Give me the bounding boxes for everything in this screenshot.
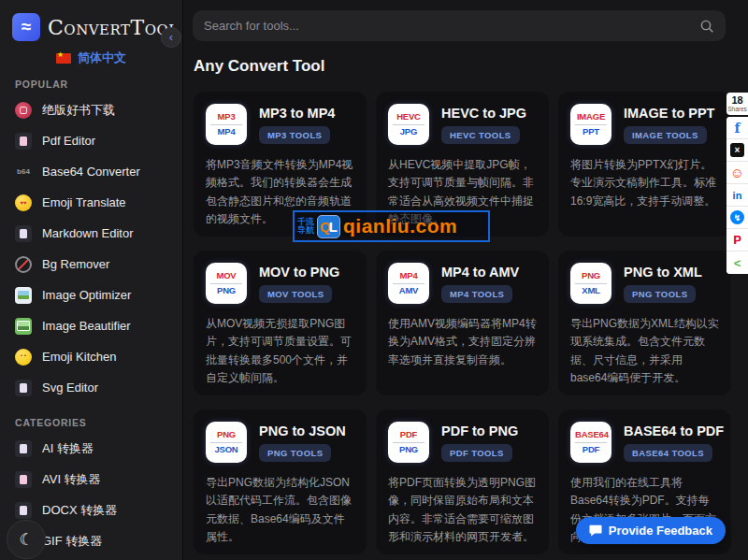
format-from-label: PDF — [393, 428, 424, 442]
search-icon[interactable] — [699, 19, 714, 34]
page-title: Any Convert Tool — [194, 57, 324, 76]
share-button[interactable]: in — [726, 184, 748, 207]
tool-description: 使用AMV视频编码器将MP4转换为AMV格式，支持固定分辨率选项并直接复制音频。 — [388, 315, 537, 369]
sidebar-item[interactable]: Bg Remover — [0, 249, 182, 280]
format-from-label: MP4 — [393, 269, 424, 283]
tool-description: 将PDF页面转换为透明PNG图像，同时保留原始布局和文本内容。非常适合需要可缩放… — [388, 474, 537, 547]
tool-card[interactable]: MOV PNG MOV to PNG MOV TOOLS 从MOV视频无损提取P… — [194, 251, 367, 395]
share-network-icon: × — [730, 143, 744, 157]
sidebar-item-icon — [15, 380, 32, 396]
tool-category-badge[interactable]: MOV TOOLS — [259, 285, 332, 303]
sidebar-item-icon — [15, 440, 32, 457]
sidebar-item-label: Image Beautifier — [42, 319, 131, 333]
sidebar-item[interactable]: Markdown Editor — [0, 218, 182, 249]
sidebar-item-label: Bg Remover — [42, 257, 109, 271]
sidebar-item-label: AI 转换器 — [42, 440, 94, 457]
sidebar-item[interactable]: 绝版好书下载 — [0, 94, 182, 125]
brand-logo[interactable]: ≈ ConvertTool — [0, 0, 182, 41]
brand-name: ConvertTool — [48, 16, 179, 39]
sidebar-item-label: AVI 转换器 — [42, 471, 101, 488]
sidebar-item-icon — [15, 133, 32, 150]
format-from-label: MP3 — [210, 110, 242, 124]
sidebar-item[interactable]: AVI 转换器 — [0, 464, 182, 495]
share-button[interactable]: f — [726, 117, 748, 139]
tool-category-badge[interactable]: PNG TOOLS — [624, 285, 696, 303]
sidebar-collapse-button[interactable]: ‹ — [161, 27, 181, 48]
watermark-logo-l: L — [329, 219, 338, 235]
format-to-label: XML — [575, 284, 607, 297]
share-network-icon: P — [733, 233, 741, 247]
sidebar-item-label: DOCX 转换器 — [42, 502, 117, 519]
sidebar-item-label: 绝版好书下载 — [42, 102, 115, 119]
share-network-icon: < — [734, 256, 741, 270]
brand-logo-icon: ≈ — [12, 13, 40, 41]
share-count-label: Shares — [726, 106, 748, 112]
format-icon: PDF PNG — [388, 422, 429, 463]
format-icon: PNG XML — [570, 263, 611, 304]
sidebar-item[interactable]: Svg Editor — [0, 372, 182, 403]
format-from-label: BASE64 — [575, 428, 607, 442]
share-button[interactable]: ↯ — [726, 207, 748, 229]
share-button[interactable]: < — [726, 251, 748, 274]
sidebar-item-label: Base64 Converter — [42, 165, 140, 179]
tool-category-badge[interactable]: PDF TOOLS — [441, 444, 512, 462]
tool-card[interactable]: PNG JSON PNG to JSON PNG TOOLS 导出PNG数据为结… — [194, 409, 367, 554]
format-to-label: AMV — [393, 284, 424, 297]
sidebar-item[interactable]: Emoji Translate — [0, 187, 182, 218]
tool-card[interactable]: MP4 AMV MP4 to AMV MP4 TOOLS 使用AMV视频编码器将… — [376, 251, 549, 395]
search-bar[interactable] — [193, 10, 726, 41]
sidebar-item-label: Svg Editor — [42, 381, 98, 395]
sidebar-item-icon — [15, 287, 32, 304]
sidebar-item-icon — [15, 225, 32, 242]
sidebar-item[interactable]: Image Beautifier — [0, 310, 182, 341]
format-to-label: MP4 — [210, 125, 242, 138]
format-to-label: PPT — [575, 125, 607, 138]
tool-card[interactable]: PDF PNG PDF to PNG PDF TOOLS 将PDF页面转换为透明… — [376, 409, 549, 554]
share-button[interactable]: P — [726, 229, 748, 251]
sidebar-item-label: Markdown Editor — [42, 226, 134, 240]
tool-category-badge[interactable]: IMAGE TOOLS — [624, 126, 707, 144]
tool-title: MP3 to MP4 — [259, 106, 335, 121]
format-to-label: PDF — [575, 443, 607, 456]
provide-feedback-button[interactable]: Provide Feedback — [576, 517, 726, 544]
sidebar-item[interactable]: AI 转换器 — [0, 433, 182, 464]
tool-category-badge[interactable]: HEVC TOOLS — [441, 126, 520, 144]
format-icon: MP4 AMV — [388, 263, 429, 304]
search-input[interactable] — [204, 19, 699, 33]
format-from-label: PNG — [575, 269, 607, 283]
tool-description: 导出PNG数据为XML结构以实现系统集成。包含文件元数据、尺寸信息，并采用bas… — [570, 315, 719, 388]
format-from-label: PNG — [210, 428, 242, 442]
main-content: Any Convert Tool MP3 MP4 MP3 to MP4 MP3 … — [184, 0, 748, 560]
sidebar-item[interactable]: Emoji Kitchen — [0, 341, 182, 372]
sidebar-item-icon — [15, 102, 32, 119]
sidebar-item-label: Image Optimizer — [42, 288, 131, 302]
share-button[interactable]: ☺ — [726, 162, 748, 184]
tool-card[interactable]: PNG XML PNG to XML PNG TOOLS 导出PNG数据为XML… — [558, 251, 731, 395]
sidebar-item[interactable]: Pdf Editor — [0, 125, 182, 156]
tool-title: HEVC to JPG — [441, 106, 526, 121]
tool-title: PNG to JSON — [259, 424, 346, 438]
sidebar-item-icon — [15, 502, 32, 519]
tool-card[interactable]: IMAGE PPT IMAGE to PPT IMAGE TOOLS 将图片转换… — [558, 92, 731, 237]
language-switcher[interactable]: 简体中文 — [0, 49, 182, 67]
share-rail: 18 Shares f × ☺ in ↯ P — [726, 93, 748, 274]
provide-feedback-label: Provide Feedback — [609, 524, 712, 538]
share-button[interactable]: × — [726, 139, 748, 162]
china-flag-icon — [56, 53, 71, 64]
watermark-logo-icon: Q L — [317, 215, 340, 238]
share-count: 18 Shares — [726, 93, 748, 115]
format-to-label: JSON — [210, 443, 242, 456]
dark-mode-toggle[interactable]: ☾ — [7, 520, 46, 559]
sidebar-item-label: Emoji Kitchen — [42, 350, 116, 364]
tool-category-badge[interactable]: BASE64 TOOLS — [624, 444, 712, 462]
sidebar-item[interactable]: Image Optimizer — [0, 280, 182, 310]
watermark-overlay: 千流 导航 Q L qianliu.com — [293, 210, 490, 242]
sidebar-item-label: Pdf Editor — [42, 134, 95, 148]
tool-description: 将图片转换为PPTX幻灯片。专业演示文稿制作工具。标准16:9宽高比，支持手动调… — [570, 156, 719, 210]
share-network-icon: in — [733, 190, 742, 201]
tool-category-badge[interactable]: MP3 TOOLS — [259, 126, 330, 144]
sidebar-item[interactable]: Base64 Converter — [0, 156, 182, 187]
tool-category-badge[interactable]: MP4 TOOLS — [441, 285, 512, 303]
tool-category-badge[interactable]: PNG TOOLS — [259, 444, 331, 462]
watermark-site-bottom: 导航 — [297, 226, 314, 235]
